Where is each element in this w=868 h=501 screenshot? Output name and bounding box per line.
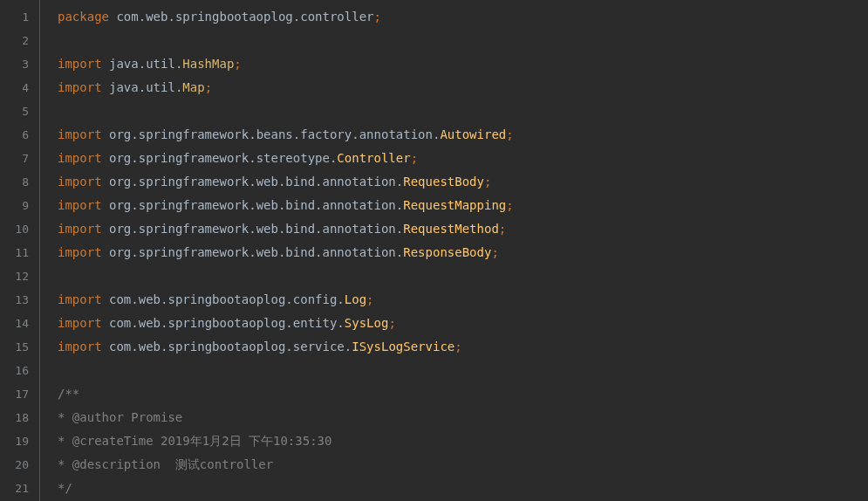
code-line[interactable] — [58, 264, 868, 288]
code-token: . — [285, 340, 292, 353]
code-token: . — [139, 80, 146, 94]
code-token: util — [146, 80, 175, 94]
code-token: Controller — [337, 151, 410, 165]
line-number: 8 — [0, 170, 39, 194]
code-token: Autowired — [440, 127, 506, 141]
code-token: . — [131, 127, 138, 141]
line-number: 19 — [0, 429, 39, 453]
code-line[interactable]: import java.util.HashMap; — [58, 52, 868, 76]
code-token: HashMap — [182, 57, 234, 71]
code-line[interactable]: import org.springframework.web.bind.anno… — [58, 217, 868, 241]
code-token: org — [109, 151, 131, 165]
code-line[interactable]: import org.springframework.web.bind.anno… — [58, 241, 868, 264]
line-number: 4 — [0, 76, 39, 100]
code-token: ISysLogService — [352, 340, 455, 353]
code-token: web — [139, 316, 161, 330]
code-token: import — [58, 80, 109, 94]
code-token: . — [396, 245, 403, 259]
code-token: . — [131, 340, 138, 353]
code-token: . — [131, 292, 138, 306]
code-token: web — [139, 340, 161, 353]
line-number: 20 — [0, 453, 39, 477]
code-line[interactable] — [58, 29, 868, 52]
code-line[interactable]: import com.web.springbootaoplog.service.… — [58, 335, 868, 359]
code-token: org — [109, 198, 131, 212]
code-line[interactable]: * @createTime 2019年1月2日 下午10:35:30 — [58, 429, 868, 453]
code-line[interactable]: import org.springframework.web.bind.anno… — [58, 170, 868, 194]
code-token: beans — [256, 127, 293, 141]
code-token: SysLog — [345, 316, 389, 330]
code-token: springbootaoplog — [167, 340, 285, 353]
code-line[interactable]: * @author Promise — [58, 406, 868, 429]
code-line[interactable]: import com.web.springbootaoplog.config.L… — [58, 288, 868, 312]
code-token: RequestBody — [403, 175, 484, 189]
code-token: bind — [285, 222, 315, 236]
code-line[interactable]: import org.springframework.web.bind.anno… — [58, 194, 868, 217]
code-token: . — [315, 222, 322, 236]
code-token: ; — [411, 151, 418, 165]
code-token: import — [58, 340, 109, 353]
code-token: . — [139, 57, 146, 71]
code-token: . — [131, 198, 138, 212]
code-line[interactable]: * @description 测试controller — [58, 453, 868, 477]
code-token: . — [396, 222, 403, 236]
code-token: . — [131, 316, 138, 330]
line-number: 21 — [0, 477, 39, 500]
code-area[interactable]: package com.web.springbootaoplog.control… — [40, 0, 868, 501]
code-token: stereotype — [256, 151, 330, 165]
code-token: ; — [491, 245, 498, 259]
code-token: org — [109, 245, 131, 259]
code-token: java — [109, 57, 139, 71]
code-token: ; — [388, 316, 395, 330]
code-line[interactable]: import org.springframework.beans.factory… — [58, 123, 868, 147]
code-token: springframework — [139, 222, 249, 236]
line-number: 18 — [0, 406, 39, 429]
code-token: . — [337, 316, 344, 330]
code-line[interactable]: /** — [58, 382, 868, 406]
code-token: web — [256, 222, 278, 236]
code-token: . — [249, 245, 256, 259]
code-token: RequestMethod — [403, 222, 499, 236]
code-token: util — [146, 57, 175, 71]
code-token: org — [109, 222, 131, 236]
code-token: web — [256, 198, 278, 212]
code-token: controller — [300, 10, 373, 24]
code-token: . — [315, 245, 322, 259]
line-number: 16 — [0, 359, 39, 382]
code-token: com — [109, 340, 131, 353]
code-line[interactable]: import org.springframework.stereotype.Co… — [58, 147, 868, 170]
code-token: config — [293, 292, 338, 306]
code-token: . — [345, 340, 352, 353]
code-token: springbootaoplog — [175, 10, 293, 24]
code-token: springframework — [139, 175, 249, 189]
code-line[interactable]: import com.web.springbootaoplog.entity.S… — [58, 312, 868, 335]
code-token: Log — [345, 292, 366, 306]
code-token: import — [58, 316, 109, 330]
code-editor[interactable]: 123456789101112131415161718192021 packag… — [0, 0, 868, 501]
code-token: web — [256, 175, 278, 189]
code-token: import — [58, 151, 109, 165]
code-token: . — [131, 151, 138, 165]
code-token: ; — [374, 10, 381, 24]
code-token: springframework — [139, 127, 249, 141]
code-token: . — [337, 292, 344, 306]
code-line[interactable] — [58, 100, 868, 123]
code-token: service — [293, 340, 345, 353]
code-token: bind — [285, 198, 315, 212]
code-token: import — [58, 57, 109, 71]
code-line[interactable]: import java.util.Map; — [58, 76, 868, 100]
code-token: annotation — [323, 198, 396, 212]
code-token: . — [293, 127, 300, 141]
code-token: java — [109, 80, 139, 94]
code-line[interactable] — [58, 359, 868, 382]
code-token: . — [249, 198, 256, 212]
code-token: . — [131, 245, 138, 259]
line-number: 7 — [0, 147, 39, 170]
code-token: annotation — [323, 222, 396, 236]
code-line[interactable]: package com.web.springbootaoplog.control… — [58, 5, 868, 29]
code-token: . — [167, 10, 174, 24]
code-token: web — [139, 292, 161, 306]
code-line[interactable]: */ — [58, 477, 868, 500]
code-token: ; — [499, 222, 506, 236]
code-token: web — [256, 245, 278, 259]
